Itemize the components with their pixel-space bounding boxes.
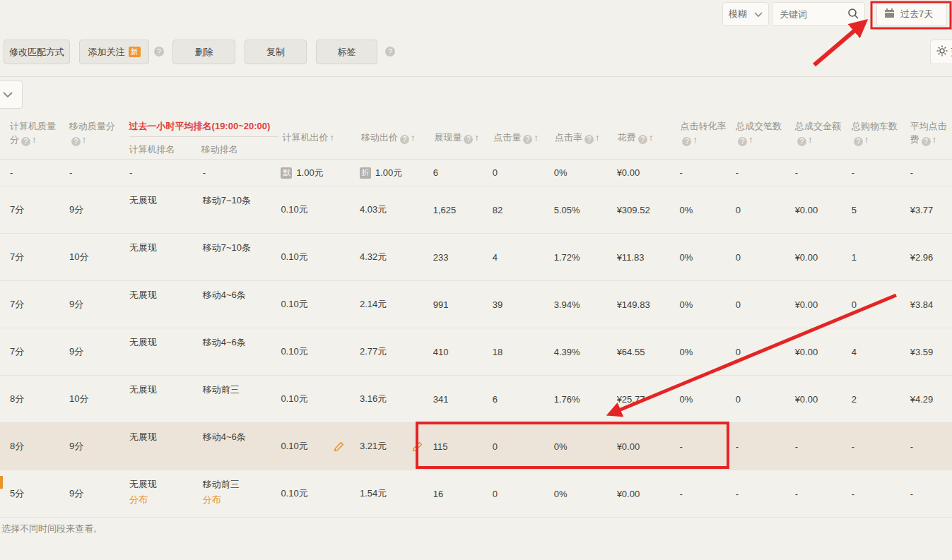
help-icon[interactable]: ? bbox=[584, 135, 594, 144]
cell-total-carts: 4 bbox=[852, 328, 910, 375]
cell-avg-click-cost: - bbox=[910, 470, 952, 517]
rank-value: 无展现 bbox=[129, 478, 157, 491]
collapse-panel-button[interactable] bbox=[0, 81, 23, 109]
fuzzy-match-dropdown[interactable]: 模糊 bbox=[722, 2, 769, 26]
date-range-button[interactable]: 过去7天 bbox=[876, 2, 947, 26]
help-icon[interactable]: ? bbox=[385, 47, 395, 56]
column-header-label: 移动质量分 bbox=[69, 121, 115, 131]
customize-columns-button[interactable]: 更 bbox=[930, 40, 952, 64]
cell-computer-rank: 无展现 bbox=[129, 376, 203, 422]
cell-computer-rank: 无展现 bbox=[129, 234, 203, 280]
sort-arrow-icon[interactable]: ↑ bbox=[411, 132, 416, 143]
rank-distribution-link[interactable]: 分布 bbox=[203, 494, 221, 506]
add-watch-button[interactable]: 添加关注 新 bbox=[79, 40, 149, 64]
cell-mobile-rank: 移动前三 bbox=[203, 376, 281, 422]
rank-distribution-link[interactable]: 分布 bbox=[129, 494, 148, 506]
cell-computer-rank: 无展现 bbox=[129, 281, 203, 328]
help-icon[interactable]: ? bbox=[638, 135, 647, 144]
cell-mobile-rank: 移动7~10条 bbox=[203, 186, 281, 233]
help-icon[interactable]: ? bbox=[922, 137, 931, 146]
bid-value: 0.10元 bbox=[281, 440, 307, 453]
help-icon[interactable]: ? bbox=[738, 137, 747, 146]
sort-arrow-icon[interactable]: ↑ bbox=[649, 132, 654, 143]
edit-bid-icon[interactable] bbox=[334, 441, 344, 452]
cell-mobile-bid: 1.54元 bbox=[360, 470, 433, 517]
column-header-label: 点击转化率 bbox=[680, 121, 726, 131]
cell-total-amount: ¥0.00 bbox=[795, 328, 852, 375]
sort-arrow-icon[interactable]: ↑ bbox=[748, 134, 753, 145]
help-icon[interactable]: ? bbox=[154, 47, 164, 56]
cell-conversion-rate: - bbox=[680, 470, 736, 517]
cell-computer-rank: 无展现分布 bbox=[129, 470, 203, 517]
cell-clicks: 4 bbox=[493, 234, 554, 280]
sort-arrow-icon[interactable]: ↑ bbox=[82, 134, 87, 145]
chevron-down-icon bbox=[3, 90, 13, 100]
sort-arrow-icon[interactable]: ↑ bbox=[534, 132, 539, 143]
cell-impressions: 233 bbox=[433, 234, 493, 280]
cell-mobile-bid: 4.03元 bbox=[360, 186, 433, 233]
bid-type-badge: 折 bbox=[360, 167, 371, 179]
cell-clicks: 82 bbox=[493, 186, 554, 233]
column-header-label: 移动出价 bbox=[361, 132, 398, 143]
cell-mobile-rank: 移动4~6条 bbox=[203, 423, 281, 470]
cell-total-carts: 5 bbox=[852, 186, 910, 233]
sort-arrow-icon[interactable]: ↑ bbox=[808, 134, 813, 145]
rank-value: 移动前三 bbox=[203, 478, 240, 491]
cell-spend: ¥11.83 bbox=[617, 234, 680, 280]
cell-computer-bid: 0.10元 bbox=[281, 234, 360, 280]
column-header-total-amount: 总成交金额?↑ bbox=[795, 112, 852, 159]
cell-ctr: 5.05% bbox=[554, 186, 617, 233]
tag-button[interactable]: 标签 bbox=[316, 40, 377, 64]
bid-value: 1.00元 bbox=[375, 167, 402, 179]
modify-match-type-button[interactable]: 修改匹配方式 bbox=[4, 40, 70, 64]
cell-computer-bid: 0.10元 bbox=[281, 470, 360, 517]
cell-total-carts: 0 bbox=[852, 281, 910, 328]
cell-mobile-quality-score: 9分 bbox=[69, 470, 129, 517]
column-group-past-hour-rank: 过去一小时平均排名(19:00~20:00)计算机排名移动排名 bbox=[129, 112, 283, 159]
row-tag-partial bbox=[0, 476, 3, 489]
copy-button[interactable]: 复制 bbox=[245, 40, 307, 64]
help-icon[interactable]: ? bbox=[400, 135, 409, 144]
sort-arrow-icon[interactable]: ↑ bbox=[864, 134, 869, 145]
new-badge: 新 bbox=[129, 47, 141, 57]
column-header-label: 总成交笔数 bbox=[736, 121, 782, 131]
column-header-computer-bid: 计算机出价↑ bbox=[283, 112, 361, 159]
cell-computer-quality-score: 7分 bbox=[10, 328, 69, 375]
cell-ctr: 0% bbox=[554, 423, 617, 470]
cell-total-carts: - bbox=[852, 423, 910, 470]
help-icon[interactable]: ? bbox=[21, 137, 30, 146]
keyword-search-input[interactable] bbox=[778, 8, 842, 20]
keyword-search-box bbox=[772, 2, 865, 26]
cell-ctr: 3.94% bbox=[554, 281, 617, 328]
cell-computer-quality-score: 7分 bbox=[10, 281, 69, 328]
help-icon[interactable]: ? bbox=[464, 135, 473, 144]
delete-button[interactable]: 删除 bbox=[172, 40, 235, 64]
cell-avg-click-cost: ¥4.29 bbox=[910, 376, 952, 422]
help-icon[interactable]: ? bbox=[682, 137, 691, 146]
cell-total-amount: ¥0.00 bbox=[795, 281, 852, 328]
cell-mobile-quality-score: - bbox=[69, 160, 129, 186]
column-header-spend: 花费?↑ bbox=[618, 112, 681, 159]
search-icon[interactable] bbox=[847, 8, 859, 21]
column-header-impressions: 展现量?↑ bbox=[434, 112, 493, 159]
sort-arrow-icon[interactable]: ↑ bbox=[693, 134, 698, 145]
help-icon[interactable]: ? bbox=[854, 137, 863, 146]
sort-arrow-icon[interactable]: ↑ bbox=[32, 134, 37, 145]
edit-bid-icon[interactable] bbox=[412, 441, 423, 452]
help-icon[interactable]: ? bbox=[797, 137, 806, 146]
help-icon[interactable]: ? bbox=[523, 135, 532, 144]
table-row: 7分10分无展现移动7~10条0.10元4.32元23341.72%¥11.83… bbox=[0, 234, 952, 281]
sort-arrow-icon[interactable]: ↑ bbox=[330, 132, 335, 143]
bid-type-badge: 默 bbox=[281, 167, 292, 179]
sort-arrow-icon[interactable]: ↑ bbox=[595, 132, 600, 143]
cell-clicks: 18 bbox=[493, 328, 554, 375]
cell-computer-quality-score: - bbox=[10, 160, 69, 186]
column-header-label: 计算机出价 bbox=[283, 132, 329, 143]
column-header-avg-click-cost: 平均点击费?↑ bbox=[910, 112, 952, 159]
table-row: 7分9分无展现移动4~6条0.10元2.14元991393.94%¥149.83… bbox=[0, 281, 952, 328]
cell-avg-click-cost: ¥2.96 bbox=[910, 234, 952, 280]
add-watch-label: 添加关注 bbox=[88, 46, 125, 59]
sort-arrow-icon[interactable]: ↑ bbox=[932, 134, 937, 145]
sort-arrow-icon[interactable]: ↑ bbox=[474, 132, 479, 143]
help-icon[interactable]: ? bbox=[71, 137, 81, 146]
